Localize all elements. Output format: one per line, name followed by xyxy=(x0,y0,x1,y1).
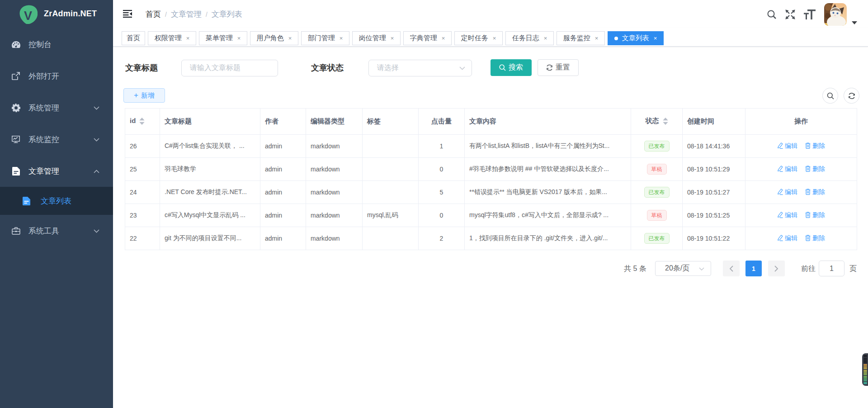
svg-text:V: V xyxy=(24,9,32,23)
